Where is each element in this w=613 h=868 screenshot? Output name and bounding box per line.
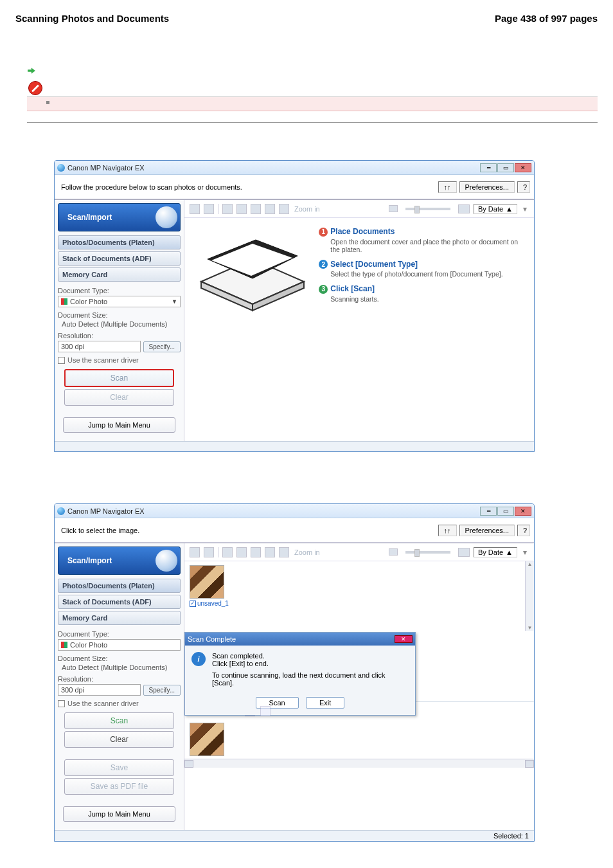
close-button[interactable]: ✕: [515, 507, 531, 516]
app-window-1: Canon MP Navigator EX ━ ▭ ✕ Follow the p…: [54, 160, 535, 452]
remove-selection-icon[interactable]: [260, 706, 271, 716]
chevron-down-icon[interactable]: ▾: [521, 204, 529, 213]
step-3-icon: 3: [319, 285, 328, 294]
dialog-line-3: To continue scanning, load the next docu…: [212, 671, 409, 687]
grid-icon[interactable]: [204, 204, 214, 214]
resolution-select[interactable]: 300 dpi: [58, 684, 141, 696]
scan-button[interactable]: Scan: [64, 712, 174, 729]
use-scanner-checkbox[interactable]: [58, 700, 65, 707]
titlebar: Canon MP Navigator EX ━ ▭ ✕: [55, 161, 534, 175]
dialog-exit-button[interactable]: Exit: [306, 697, 344, 709]
thumb-large-icon[interactable]: [458, 548, 470, 557]
scan-button[interactable]: Scan: [64, 369, 174, 387]
spacer: [27, 123, 598, 134]
app-icon: [57, 164, 65, 172]
scroll-left-icon[interactable]: [184, 760, 193, 768]
rotate-left-icon[interactable]: [222, 547, 233, 557]
grid-icon[interactable]: [204, 547, 214, 557]
rotate-right-icon[interactable]: [236, 547, 247, 557]
crop-icon[interactable]: [265, 547, 275, 557]
warning-row: [27, 77, 598, 97]
vertical-scrollbar[interactable]: ▲▼: [525, 561, 534, 631]
jump-main-menu-button[interactable]: Jump to Main Menu: [63, 417, 175, 433]
zoom-slider[interactable]: [405, 208, 450, 210]
clear-button[interactable]: Clear: [64, 389, 174, 406]
sort-select[interactable]: By Date▲: [474, 547, 517, 557]
zoom-icon[interactable]: [279, 204, 289, 214]
sidebar-photos-platen[interactable]: Photos/Documents (Platen): [58, 235, 181, 249]
scan-import-icon: [155, 206, 177, 228]
sidebar-memory-card[interactable]: Memory Card: [58, 267, 181, 282]
jump-main-menu-button[interactable]: Jump to Main Menu: [63, 806, 175, 822]
doctype-select[interactable]: Color Photo▼: [58, 296, 181, 307]
docsize-value: Auto Detect (Multiple Documents): [62, 320, 181, 328]
step-2-desc: Select the type of photo/document from […: [330, 270, 526, 278]
save-button[interactable]: Save: [64, 759, 174, 776]
scroll-right-icon[interactable]: [525, 760, 534, 768]
thumbnail-checkbox[interactable]: ✓: [190, 601, 196, 607]
scan-import-panel[interactable]: Scan/Import: [58, 547, 181, 575]
instruction-text: Click to select the image.: [58, 527, 436, 534]
warning-sub-row: [27, 97, 598, 111]
toolbar: Zoom in By Date▲ ▾: [184, 200, 534, 218]
scan-import-icon: [155, 550, 177, 572]
step-1-icon: 1: [319, 228, 328, 237]
specify-button[interactable]: Specify...: [143, 341, 181, 352]
select-all-icon[interactable]: [190, 547, 200, 557]
preferences-button[interactable]: Preferences...: [459, 525, 515, 536]
thumb-small-icon[interactable]: [389, 548, 398, 556]
sidebar-memory-card[interactable]: Memory Card: [58, 611, 181, 625]
resolution-label: Resolution:: [58, 675, 181, 683]
page-title: Scanning Photos and Documents: [15, 13, 169, 24]
horizontal-scrollbar[interactable]: [184, 759, 534, 768]
sidebar-stack-adf[interactable]: Stack of Documents (ADF): [58, 251, 181, 266]
info-block: [27, 62, 598, 134]
thumbnail-label: unsaved_1: [197, 600, 229, 607]
resolution-select[interactable]: 300 dpi: [58, 341, 141, 352]
sort-select[interactable]: By Date▲: [474, 204, 517, 214]
docsize-label: Document Size:: [58, 311, 181, 319]
step-2-icon: 2: [319, 260, 328, 269]
sidebar-photos-platen[interactable]: Photos/Documents (Platen): [58, 579, 181, 593]
sidebar: Scan/Import Photos/Documents (Platen) St…: [55, 200, 184, 441]
minimize-button[interactable]: ━: [480, 507, 497, 516]
rotate-right-icon[interactable]: [236, 204, 247, 214]
thumbnail-item[interactable]: ✓unsaved_1: [190, 565, 231, 606]
preferences-button[interactable]: Preferences...: [459, 181, 515, 193]
clear-button[interactable]: Clear: [64, 731, 174, 748]
sort-button[interactable]: ↑↑: [438, 525, 457, 536]
doctype-select[interactable]: Color Photo: [58, 639, 181, 651]
caution-icon[interactable]: [251, 204, 261, 214]
color-swatch-icon: [61, 298, 67, 305]
zoom-slider[interactable]: [405, 551, 450, 554]
step-3-desc: Scanning starts.: [330, 295, 526, 303]
scan-import-panel[interactable]: Scan/Import: [58, 203, 181, 231]
close-button[interactable]: ✕: [515, 163, 531, 172]
sidebar-stack-adf[interactable]: Stack of Documents (ADF): [58, 595, 181, 609]
sort-button[interactable]: ↑↑: [438, 181, 457, 193]
thumb-large-icon[interactable]: [458, 204, 470, 213]
window-title: Canon MP Navigator EX: [67, 507, 145, 515]
app-icon: [57, 507, 65, 515]
scanner-illustration: [192, 227, 312, 323]
dialog-close-icon[interactable]: ✕: [395, 635, 413, 643]
help-button[interactable]: ?: [517, 525, 530, 536]
chevron-down-icon[interactable]: ▾: [521, 548, 529, 557]
spacer: [27, 111, 598, 123]
maximize-button[interactable]: ▭: [497, 163, 514, 172]
dialog-title: Scan Complete: [188, 635, 236, 643]
use-scanner-checkbox[interactable]: [58, 357, 65, 364]
zoom-icon[interactable]: [279, 547, 289, 557]
thumb-small-icon[interactable]: [389, 205, 398, 212]
maximize-button[interactable]: ▭: [497, 507, 514, 516]
minimize-button[interactable]: ━: [480, 163, 497, 172]
specify-button[interactable]: Specify...: [143, 685, 181, 696]
select-all-icon[interactable]: [190, 204, 200, 214]
rotate-left-icon[interactable]: [222, 204, 233, 214]
crop-icon[interactable]: [265, 204, 275, 214]
caution-icon[interactable]: [251, 547, 261, 557]
selection-thumbnail[interactable]: [190, 723, 224, 756]
save-pdf-button[interactable]: Save as PDF file: [64, 778, 174, 795]
info-icon: i: [191, 652, 206, 666]
help-button[interactable]: ?: [517, 181, 530, 193]
